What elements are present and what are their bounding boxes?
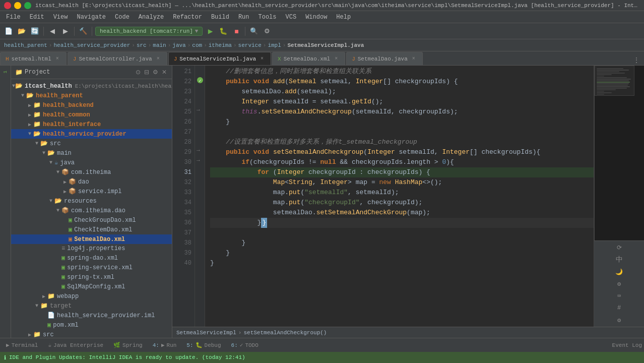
bc-main[interactable]: main (153, 42, 166, 48)
minimap-viewport[interactable] (595, 66, 634, 96)
tree-item-com-itheima-dao[interactable]: ▼ 📦 com.itheima.dao (11, 206, 172, 215)
close-button[interactable] (4, 2, 11, 9)
code-content[interactable]: //删增套餐信息，同时新增套餐和检查组关联关系 public void add(… (205, 66, 594, 327)
tree-item-health-service-provider[interactable]: ▼ 📂 health_service_provider (11, 129, 172, 139)
menu-help[interactable]: Help (332, 13, 355, 22)
collapse-all-button[interactable]: ⊟ (143, 68, 150, 77)
menu-analyze[interactable]: Analyze (135, 13, 168, 22)
tree-item-src-module[interactable]: ▶ 📁 src (11, 330, 172, 338)
tab-close-button[interactable]: × (333, 55, 340, 63)
event-log-label[interactable]: Event Log (612, 342, 642, 348)
menu-code[interactable]: Code (111, 13, 134, 22)
tree-item-src[interactable]: ▼ 📂 src (11, 139, 172, 148)
debug-tab[interactable]: 5: 🐛 Debug (182, 341, 225, 349)
maximize-button[interactable] (24, 2, 31, 9)
tree-item-setmealdao-xml[interactable]: ▶ ▣ SetmealDao.xml (11, 234, 172, 244)
bc-service[interactable]: service (238, 42, 262, 48)
settings-button[interactable]: ⚙ (262, 26, 273, 37)
keyboard-icon[interactable]: ⌨ (615, 291, 624, 300)
run-configuration[interactable]: health_backend [tomcat7:run] ▼ (95, 27, 203, 36)
bc-health-service-provider[interactable]: health_service_provider (53, 42, 130, 48)
moon-icon[interactable]: 🌙 (615, 267, 624, 276)
menu-edit[interactable]: Edit (26, 13, 48, 22)
java-enterprise-tab[interactable]: ☕ Java Enterprise (44, 341, 107, 349)
tools-icon[interactable]: ⚙ (615, 279, 624, 288)
chinese-icon[interactable]: 中 (615, 255, 624, 264)
tree-item-health-parent[interactable]: ▼ 📂 health_parent (11, 91, 172, 100)
tree-item-sqlmapconfig[interactable]: ▶ ▣ SqlMapConfig.xml (11, 282, 172, 291)
tab-close-button[interactable]: × (410, 55, 417, 63)
sidebar-settings-button[interactable]: ⚙ (152, 68, 159, 77)
tab-close-button[interactable]: × (259, 55, 266, 63)
minimize-button[interactable] (14, 2, 21, 9)
tree-item-main[interactable]: ▼ 📂 main (11, 148, 172, 158)
tree-item-spring-tx[interactable]: ▶ ▣ spring-tx.xml (11, 272, 172, 282)
menu-run[interactable]: Run (234, 13, 253, 22)
bc-impl[interactable]: impl (268, 42, 281, 48)
bc-java[interactable]: java (172, 42, 185, 48)
tree-item-checkgroupdao-xml[interactable]: ▶ ▣ CheckGroupDao.xml (11, 215, 172, 225)
open-button[interactable]: 📂 (16, 26, 27, 37)
menu-build[interactable]: Build (207, 13, 233, 22)
menu-view[interactable]: View (49, 13, 72, 22)
tree-item-itcast-health[interactable]: ▼ 📂 itcast_health E:\projects\itcast_hea… (11, 81, 172, 91)
tree-item-service-impl[interactable]: ▶ 📦 service.impl (11, 187, 172, 196)
sync-icon[interactable]: ⟳ (615, 243, 624, 252)
debug-button[interactable]: 🐛 (218, 26, 229, 37)
menu-refactor[interactable]: Refactor (169, 13, 206, 22)
build-button[interactable]: 🔨 (78, 26, 89, 37)
tab-close-button[interactable]: × (54, 55, 61, 63)
sidebar-close-button[interactable]: ✕ (161, 68, 168, 77)
tree-item-target[interactable]: ▼ 📁 target (11, 301, 172, 311)
stop-button[interactable]: ■ (231, 26, 242, 37)
tab-setmeal-controller[interactable]: J SetmealController.java × (68, 52, 167, 65)
tree-item-health-common[interactable]: ▶ 📁 health_common (11, 110, 172, 119)
tab-setmeal-service-impl[interactable]: J SetmealServiceImpl.java × (168, 52, 271, 65)
module-label: health_interface (43, 121, 101, 128)
bc-src[interactable]: src (137, 42, 147, 48)
tab-setmeal-dao-xml[interactable]: X SetmealDao.xml × (272, 52, 345, 65)
tab-setmeal-html[interactable]: H setmeal.html × (0, 52, 67, 65)
tree-item-health-backend[interactable]: ▶ 📁 health_backend (11, 100, 172, 110)
tree-item-checkitemdao-xml[interactable]: ▶ ▣ CheckItemDao.xml (11, 225, 172, 234)
search-everywhere-button[interactable]: 🔍 (248, 26, 260, 37)
method-breadcrumb[interactable]: setSetmealAndCheckgroup() (243, 330, 327, 336)
tree-item-log4j[interactable]: ▶ ≡ log4j.properties (11, 244, 172, 253)
class-breadcrumb[interactable]: SetmealServiceImpl (176, 330, 236, 336)
bc-com[interactable]: com (192, 42, 202, 48)
run-button[interactable]: ▶ (205, 26, 216, 37)
tab-close-button[interactable]: × (155, 55, 162, 63)
menu-tools[interactable]: Tools (254, 13, 281, 22)
back-button[interactable]: ◀ (47, 26, 58, 37)
grid-icon[interactable]: # (615, 304, 624, 313)
tree-item-service-iml[interactable]: ▶ 📄 health_service_provider.iml (11, 311, 172, 320)
tree-item-resources[interactable]: ▼ 📂 resources (11, 196, 172, 206)
tree-item-pom[interactable]: ▶ ▣ pom.xml (11, 320, 172, 330)
settings-icon[interactable]: ⚙ (615, 316, 624, 325)
tree-item-spring-dao[interactable]: ▶ ▣ spring-dao.xml (11, 253, 172, 263)
tree-item-java[interactable]: ▼ ☕ java (11, 158, 172, 167)
spring-tab[interactable]: 🌿 Spring (109, 341, 147, 349)
new-button[interactable]: 📄 (3, 26, 14, 37)
forward-button[interactable]: ▶ (60, 26, 71, 37)
locate-file-button[interactable]: ⊙ (135, 68, 142, 77)
run-tab[interactable]: 4: ▶ Run (149, 341, 181, 349)
breakpoint-marker[interactable]: ✓ (197, 77, 204, 84)
tab-setmeal-dao-java[interactable]: J SetmealDao.java × (346, 52, 423, 65)
tree-item-spring-service[interactable]: ▶ ▣ spring-service.xml (11, 263, 172, 272)
editor-settings-button[interactable]: ⋮ (632, 55, 641, 65)
project-panel-button[interactable]: 1 (2, 69, 9, 75)
menu-file[interactable]: File (2, 13, 25, 22)
sync-button[interactable]: 🔄 (29, 26, 40, 37)
tree-item-health-interface[interactable]: ▶ 📁 health_interface (11, 119, 172, 129)
bc-health-parent[interactable]: health_parent (4, 42, 47, 48)
todo-tab[interactable]: 6: ✓ TODO (227, 341, 263, 349)
bc-itheima[interactable]: itheima (209, 42, 232, 48)
tree-item-com-itheima[interactable]: ▼ 📦 com.itheima (11, 167, 172, 177)
terminal-tab[interactable]: ▶ Terminal (2, 341, 42, 349)
menu-window[interactable]: Window (301, 13, 331, 22)
menu-navigate[interactable]: Navigate (73, 13, 110, 22)
tree-item-webapp[interactable]: ▶ 📁 webapp (11, 291, 172, 301)
menu-vcs[interactable]: VCS (282, 13, 301, 22)
tree-item-dao[interactable]: ▶ 📦 dao (11, 177, 172, 187)
